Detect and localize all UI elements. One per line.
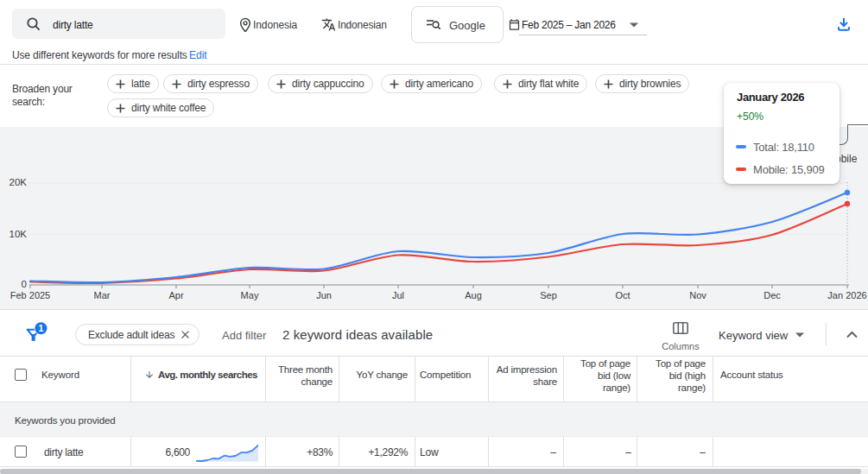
svg-text:1: 1 (38, 323, 43, 333)
